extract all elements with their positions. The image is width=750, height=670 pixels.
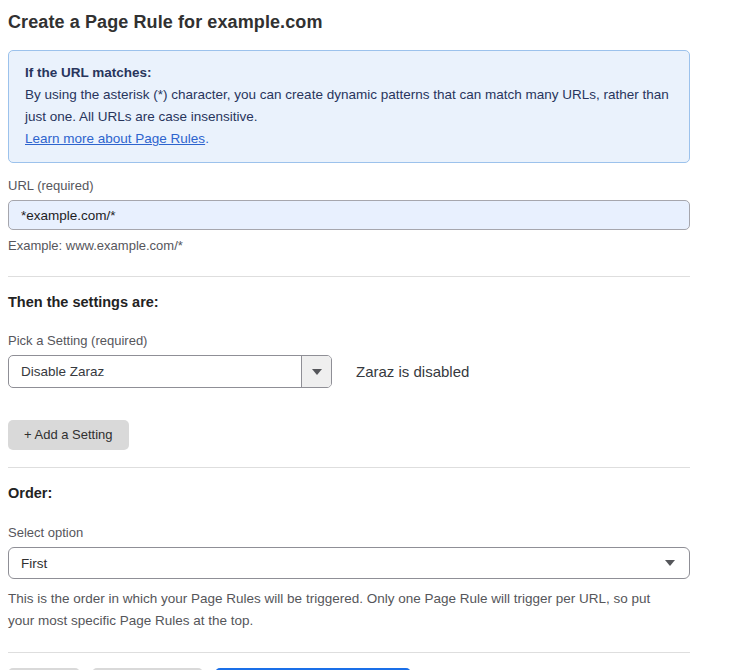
add-setting-button[interactable]: + Add a Setting	[8, 420, 129, 450]
setting-status-text: Zaraz is disabled	[356, 363, 469, 380]
pick-setting-label: Pick a Setting (required)	[8, 333, 690, 348]
info-callout-body: By using the asterisk (*) character, you…	[25, 84, 673, 128]
order-select-value: First	[21, 556, 47, 571]
order-select-label: Select option	[8, 525, 690, 540]
page-title: Create a Page Rule for example.com	[8, 12, 690, 33]
url-input[interactable]	[8, 200, 690, 230]
order-help-text: This is the order in which your Page Rul…	[8, 588, 678, 632]
setting-select-arrow-button[interactable]	[301, 356, 331, 387]
setting-select-value: Disable Zaraz	[9, 356, 301, 387]
info-callout-heading: If the URL matches:	[25, 62, 673, 84]
url-match-info-callout: If the URL matches: By using the asteris…	[8, 50, 690, 163]
setting-select[interactable]: Disable Zaraz	[8, 355, 332, 388]
order-select[interactable]: First	[8, 547, 690, 579]
link-suffix-period: .	[205, 131, 209, 146]
learn-more-page-rules-link[interactable]: Learn more about Page Rules	[25, 131, 205, 146]
create-page-rule-panel: Create a Page Rule for example.com If th…	[0, 0, 750, 670]
section-divider	[8, 276, 690, 277]
info-callout-link-row: Learn more about Page Rules.	[25, 128, 673, 150]
url-example-text: Example: www.example.com/*	[8, 238, 690, 253]
chevron-down-icon	[665, 560, 675, 566]
url-field-label: URL (required)	[8, 178, 690, 193]
section-divider	[8, 467, 690, 468]
chevron-down-icon	[312, 369, 322, 375]
settings-section-heading: Then the settings are:	[8, 294, 690, 310]
section-divider	[8, 652, 690, 653]
order-section-heading: Order:	[8, 485, 690, 501]
